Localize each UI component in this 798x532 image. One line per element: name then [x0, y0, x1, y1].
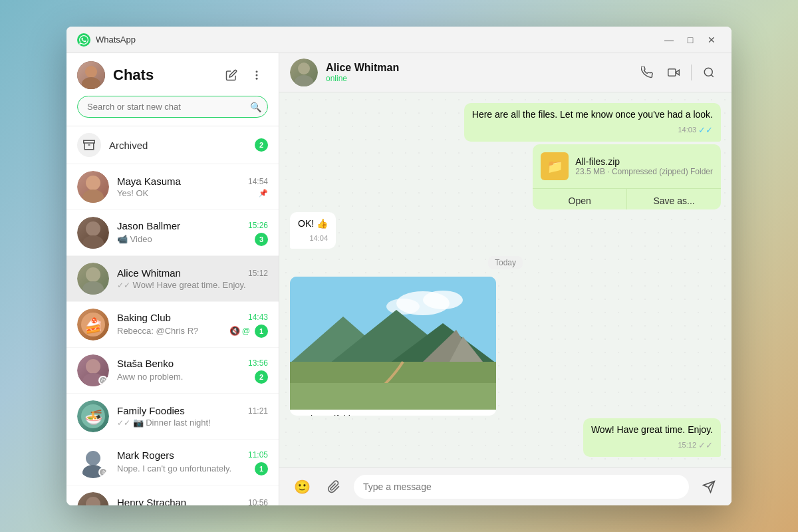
svg-text:🍰: 🍰	[84, 317, 103, 334]
chat-time-jason: 15:26	[248, 221, 268, 230]
avatar-family: 🍜	[77, 400, 109, 432]
svg-point-26	[295, 75, 313, 86]
chat-item-alice[interactable]: Alice Whitman 15:12 ✓✓ Wow! Have great t…	[66, 256, 279, 302]
chat-item-family[interactable]: 🍜 Family Foodies 11:21 ✓✓ 📷 Dinner last …	[66, 394, 279, 440]
chat-info-stasa: Staša Benko 13:56 Aww no problem. 2	[117, 358, 268, 384]
app-window: WhatsApp — □ ✕	[66, 27, 732, 505]
chat-info-jason: Jason Ballmer 15:26 📹 Video 3	[117, 220, 268, 246]
avatar-alice	[77, 263, 109, 295]
chat-item-baking[interactable]: 🍰 Baking Club 14:43 Rebecca: @Chris R? 🔇	[66, 302, 279, 348]
chat-info-mark: Mark Rogers 11:05 Nope. I can't go unfor…	[117, 450, 268, 475]
svg-point-7	[86, 176, 100, 190]
archived-row[interactable]: Archived 2	[66, 126, 279, 164]
svg-marker-27	[676, 70, 679, 75]
attach-button[interactable]	[322, 475, 346, 499]
avatar-image	[77, 61, 105, 89]
photo-caption: So beautiful here!	[290, 410, 496, 416]
file-info: All-files.zip 23.5 MB · Compressed (zipp…	[575, 156, 713, 176]
open-file-button[interactable]: Open	[533, 189, 626, 209]
chat-info-family: Family Foodies 11:21 ✓✓ 📷 Dinner last ni…	[117, 405, 268, 428]
emoji-button[interactable]: 🙂	[290, 475, 314, 499]
save-file-button[interactable]: Save as...	[627, 189, 721, 209]
close-button[interactable]: ✕	[702, 31, 721, 49]
sidebar-title: Chats	[113, 66, 220, 84]
chat-item-henry[interactable]: Henry Strachan 10:56 typing...	[66, 485, 279, 505]
message-input[interactable]	[354, 475, 689, 499]
file-header: 📁 All-files.zip 23.5 MB · Compressed (zi…	[533, 144, 721, 188]
messages-area[interactable]: Here are all the files. Let me know once…	[279, 92, 732, 467]
new-chat-button[interactable]	[220, 64, 243, 86]
chat-name-jason: Jason Ballmer	[117, 220, 180, 231]
file-actions: Open Save as...	[533, 188, 721, 209]
minimize-button[interactable]: —	[660, 31, 678, 49]
message-time-m1: 14:03 ✓✓	[472, 124, 713, 136]
message-m3: OK! 👍 14:04	[290, 212, 336, 249]
svg-point-8	[82, 190, 104, 203]
chat-header: Alice Whitman online	[279, 53, 732, 92]
sidebar-header-top: Chats	[77, 61, 268, 89]
svg-point-0	[85, 66, 97, 78]
search-messages-button[interactable]	[697, 61, 721, 84]
contact-name: Alice Whitman	[326, 62, 635, 74]
svg-point-25	[298, 63, 310, 74]
avatar-jason	[77, 217, 109, 249]
status-clock-stasa: ⏱	[98, 376, 108, 385]
chat-name-mark: Mark Rogers	[117, 450, 174, 461]
chat-header-avatar[interactable]	[290, 59, 318, 86]
pin-icon-maya: 📌	[259, 189, 268, 198]
chat-item-jason[interactable]: Jason Ballmer 15:26 📹 Video 3	[66, 210, 279, 256]
message-row-m3: OK! 👍 14:04	[290, 212, 721, 249]
chat-name-baking: Baking Club	[117, 312, 171, 323]
chat-preview-family: ✓✓ 📷 Dinner last night!	[117, 418, 268, 428]
badge-baking: 1	[255, 325, 268, 338]
chat-time-stasa: 13:56	[248, 358, 268, 368]
message-time-m3: 14:04	[298, 233, 328, 243]
chat-info-henry: Henry Strachan 10:56 typing...	[117, 497, 268, 505]
chat-item-stasa[interactable]: ⏱ Staša Benko 13:56 Aww no problem. 2	[66, 348, 279, 394]
svg-point-33	[423, 291, 463, 309]
message-m5: Wow! Have great time. Enjoy. 15:12 ✓✓	[583, 418, 721, 457]
menu-button[interactable]	[245, 64, 268, 86]
message-m1: Here are all the files. Let me know once…	[464, 103, 721, 142]
archived-badge: 2	[255, 138, 268, 152]
svg-rect-41	[290, 383, 496, 410]
search-icon[interactable]: 🔍	[250, 102, 261, 112]
whatsapp-logo	[77, 33, 90, 47]
muted-icon-baking: 🔇	[229, 326, 240, 336]
chat-preview-jason: 📹 Video	[117, 234, 252, 244]
tick-m1: ✓✓	[698, 124, 713, 136]
chat-item-mark[interactable]: ⏱ Mark Rogers 11:05 Nope. I can't go unf…	[66, 440, 279, 485]
avatar-baking: 🍰	[77, 309, 109, 340]
chat-preview-mark: Nope. I can't go unfortunately.	[117, 464, 252, 473]
sidebar-icons	[220, 64, 268, 86]
chat-preview-maya: Yes! OK	[117, 188, 259, 198]
voice-call-button[interactable]	[635, 61, 659, 84]
chat-list: Archived 2 Maya Kasuma 14:54	[66, 126, 279, 505]
badge-jason: 3	[255, 233, 268, 246]
app-title: WhatsApp	[96, 35, 136, 45]
photo-bubble-m4: So beautiful here! ❤️ 15:06	[290, 277, 496, 416]
message-time-m5: 15:12 ✓✓	[591, 440, 713, 452]
chat-header-info: Alice Whitman online	[326, 62, 635, 83]
video-call-button[interactable]	[662, 61, 686, 84]
search-input[interactable]	[77, 96, 268, 118]
svg-point-3	[256, 74, 258, 76]
chat-item-maya[interactable]: Maya Kasuma 14:54 Yes! OK 📌	[66, 164, 279, 210]
svg-point-12	[82, 281, 104, 295]
archived-label: Archived	[109, 140, 255, 151]
date-separator: Today	[290, 258, 721, 267]
svg-text:🍜: 🍜	[84, 408, 103, 426]
maximize-button[interactable]: □	[681, 31, 700, 49]
photo-image	[290, 277, 496, 410]
badge-mark: 1	[255, 462, 268, 475]
my-avatar[interactable]	[77, 61, 105, 89]
chat-info-maya: Maya Kasuma 14:54 Yes! OK 📌	[117, 176, 268, 198]
svg-point-15	[86, 359, 100, 374]
status-clock-mark: ⏱	[98, 467, 108, 477]
chat-preview-alice: ✓✓ Wow! Have great time. Enjoy.	[117, 280, 268, 290]
send-button[interactable]	[697, 475, 721, 499]
avatar-maya	[77, 171, 109, 203]
message-text-m3: OK! 👍	[298, 218, 328, 229]
chat-time-mark: 11:05	[248, 450, 268, 460]
message-text-m5: Wow! Have great time. Enjoy.	[591, 424, 713, 435]
